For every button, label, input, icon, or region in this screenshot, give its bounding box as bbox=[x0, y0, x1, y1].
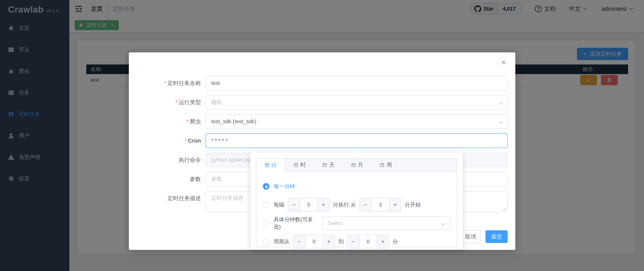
field-label: 定时任务描述 bbox=[129, 191, 206, 213]
form-row-run-type: *运行类型 随机 bbox=[129, 95, 515, 110]
interval-prefix: 每隔 bbox=[274, 201, 284, 208]
interval-start-value[interactable]: 3 bbox=[372, 198, 389, 211]
run-type-value: 随机 bbox=[211, 99, 222, 106]
tab-hour[interactable]: 时 bbox=[285, 159, 314, 171]
decrement-button[interactable]: − bbox=[294, 235, 306, 248]
field-label: *定时任务名称 bbox=[129, 76, 206, 90]
decrement-button[interactable]: − bbox=[288, 198, 300, 211]
cycle-mid: 到 bbox=[338, 238, 344, 245]
increment-button[interactable]: + bbox=[317, 198, 329, 211]
increment-button[interactable]: + bbox=[389, 198, 401, 211]
tab-label: 时 bbox=[300, 161, 306, 168]
required-mark: * bbox=[185, 138, 187, 144]
tab-week[interactable]: 周 bbox=[371, 159, 400, 171]
specific-minutes-label: 具体分钟数(可多选) bbox=[274, 216, 319, 230]
increment-button[interactable]: + bbox=[377, 235, 388, 248]
modal-footer: 取消 提交 bbox=[460, 230, 508, 243]
chevron-down-icon bbox=[441, 221, 445, 225]
calendar-icon bbox=[264, 163, 270, 168]
run-type-select[interactable]: 随机 bbox=[206, 95, 508, 110]
tab-label: 周 bbox=[387, 161, 392, 168]
tab-minute[interactable]: 分 bbox=[256, 159, 285, 171]
interval-value-stepper: − 5 + bbox=[288, 198, 330, 212]
increment-button[interactable]: + bbox=[323, 235, 334, 248]
cron-tabs-bar: 分 时 天 月 周 bbox=[256, 159, 457, 171]
cron-builder-popup: 分 时 天 月 周 每一分钟 bbox=[250, 152, 463, 250]
field-label: 参数 bbox=[129, 172, 206, 186]
spider-value: test_sdk (test_sdk) bbox=[211, 118, 256, 125]
field-label: 执行命令 bbox=[129, 153, 206, 167]
calendar-icon bbox=[351, 162, 356, 168]
calendar-icon bbox=[293, 162, 298, 168]
interval-start-stepper: − 3 + bbox=[360, 198, 401, 212]
radio-interval[interactable] bbox=[263, 201, 269, 208]
tab-month[interactable]: 月 bbox=[342, 159, 371, 171]
cycle-suffix: 分 bbox=[392, 238, 398, 245]
option-cycle: 周期从 − 0 + 到 − 0 + 分 bbox=[263, 234, 450, 249]
form-row-name: *定时任务名称 bbox=[129, 76, 515, 90]
minute-options: 每一分钟 每隔 − 5 + 分执行 从 − 3 + 分开始 bbox=[256, 171, 457, 249]
option-specific-minutes: 具体分钟数(可多选) Select bbox=[263, 216, 450, 230]
interval-suffix: 分开始 bbox=[405, 201, 421, 208]
cancel-button[interactable]: 取消 bbox=[460, 230, 481, 243]
spider-select[interactable]: test_sdk (test_sdk) bbox=[206, 114, 508, 129]
form-row-cron: *Cron bbox=[129, 133, 515, 148]
cycle-prefix: 周期从 bbox=[274, 238, 290, 245]
field-label: *爬虫 bbox=[129, 114, 206, 129]
required-mark: * bbox=[186, 118, 189, 125]
required-mark: * bbox=[176, 99, 178, 105]
cron-input[interactable] bbox=[206, 133, 508, 148]
required-mark: * bbox=[164, 80, 166, 86]
decrement-button[interactable]: − bbox=[360, 198, 372, 211]
field-label: *运行类型 bbox=[129, 95, 206, 110]
tab-label: 分 bbox=[272, 161, 277, 169]
select-placeholder: Select bbox=[328, 220, 342, 226]
interval-value[interactable]: 5 bbox=[300, 198, 317, 211]
cycle-to-value[interactable]: 0 bbox=[360, 235, 377, 248]
submit-button[interactable]: 提交 bbox=[486, 230, 508, 243]
tab-label: 天 bbox=[329, 161, 334, 168]
interval-mid: 分执行 从 bbox=[333, 201, 356, 208]
radio-cycle[interactable] bbox=[263, 238, 269, 245]
field-label: *Cron bbox=[129, 133, 206, 148]
calendar-icon bbox=[322, 162, 327, 168]
cron-tabs-card: 分 时 天 月 周 每一分钟 bbox=[256, 158, 457, 247]
option-interval: 每隔 − 5 + 分执行 从 − 3 + 分开始 bbox=[263, 197, 450, 212]
schedule-name-input[interactable] bbox=[206, 76, 508, 90]
calendar-icon bbox=[380, 162, 385, 168]
tab-label: 月 bbox=[358, 161, 363, 168]
radio-specific-minutes[interactable] bbox=[263, 220, 269, 226]
form-row-spider: *爬虫 test_sdk (test_sdk) bbox=[129, 114, 515, 129]
tab-day[interactable]: 天 bbox=[314, 159, 342, 171]
cycle-from-value[interactable]: 0 bbox=[306, 235, 323, 248]
decrement-button[interactable]: − bbox=[348, 235, 360, 248]
cycle-from-stepper: − 0 + bbox=[293, 235, 335, 248]
option-every-minute: 每一分钟 bbox=[263, 179, 450, 194]
specific-minutes-select[interactable]: Select bbox=[322, 216, 450, 230]
every-minute-label: 每一分钟 bbox=[274, 183, 295, 190]
cycle-to-stepper: − 0 + bbox=[347, 235, 389, 248]
radio-every-minute[interactable] bbox=[263, 183, 269, 190]
modal-close-icon[interactable]: × bbox=[501, 58, 506, 67]
